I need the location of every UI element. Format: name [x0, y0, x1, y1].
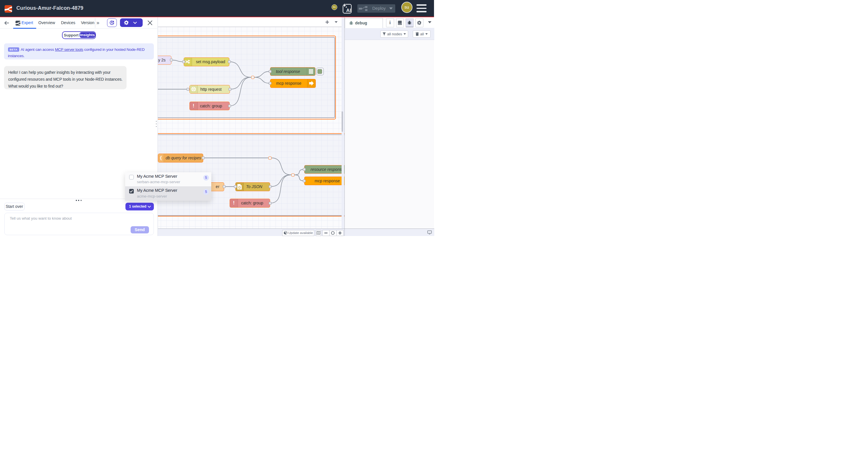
svg-text:AI: AI — [346, 8, 351, 13]
svg-text:{}: {} — [238, 185, 241, 188]
